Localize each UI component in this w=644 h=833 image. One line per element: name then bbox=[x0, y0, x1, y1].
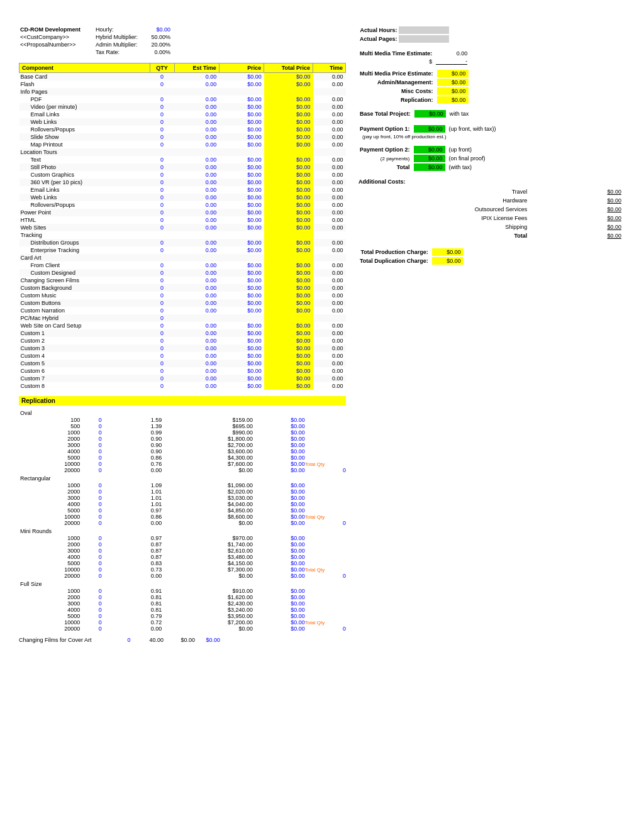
row-est[interactable]: 0.00 bbox=[174, 367, 219, 375]
rep-qty[interactable]: 0 bbox=[84, 541, 116, 548]
row-qty[interactable]: 0 bbox=[150, 337, 174, 345]
row-est[interactable]: 0.00 bbox=[174, 179, 219, 186]
cf-qty[interactable]: 0 bbox=[119, 637, 138, 643]
rep-qty[interactable]: 0 bbox=[84, 573, 116, 579]
row-qty[interactable]: 0 bbox=[150, 209, 174, 216]
row-est[interactable]: 0.00 bbox=[174, 360, 219, 367]
row-est[interactable] bbox=[174, 148, 219, 156]
row-est[interactable]: 0.00 bbox=[174, 375, 219, 382]
row-qty[interactable]: 0 bbox=[150, 382, 174, 390]
row-est[interactable]: 0.00 bbox=[174, 239, 219, 246]
rep-qty[interactable]: 0 bbox=[84, 461, 116, 467]
row-qty[interactable]: 0 bbox=[150, 345, 174, 352]
row-qty[interactable]: 0 bbox=[150, 156, 174, 163]
row-est[interactable]: 0.00 bbox=[174, 73, 219, 81]
row-est[interactable]: 0.00 bbox=[174, 141, 219, 148]
row-est[interactable]: 0.00 bbox=[174, 96, 219, 103]
row-qty[interactable]: 0 bbox=[150, 103, 174, 111]
row-qty[interactable]: 0 bbox=[150, 126, 174, 133]
row-qty[interactable]: 0 bbox=[150, 360, 174, 367]
rep-qty[interactable]: 0 bbox=[84, 600, 116, 607]
row-est[interactable]: 0.00 bbox=[174, 345, 219, 352]
rep-qty[interactable]: 0 bbox=[84, 554, 116, 560]
rep-qty[interactable]: 0 bbox=[84, 417, 116, 423]
row-est[interactable]: 0.00 bbox=[174, 103, 219, 111]
rep-qty[interactable]: 0 bbox=[84, 442, 116, 448]
row-est[interactable]: 0.00 bbox=[174, 156, 219, 163]
row-qty[interactable] bbox=[150, 88, 174, 96]
row-est[interactable] bbox=[174, 231, 219, 239]
row-est[interactable]: 0.00 bbox=[174, 329, 219, 337]
row-qty[interactable] bbox=[150, 231, 174, 239]
row-est[interactable]: 0.00 bbox=[174, 111, 219, 118]
row-est[interactable]: 0.00 bbox=[174, 322, 219, 329]
row-qty[interactable]: 0 bbox=[150, 262, 174, 269]
row-qty[interactable]: 0 bbox=[150, 96, 174, 103]
row-qty[interactable]: 0 bbox=[150, 284, 174, 292]
rep-qty[interactable]: 0 bbox=[84, 514, 116, 520]
row-qty[interactable]: 0 bbox=[150, 80, 174, 88]
rep-qty[interactable]: 0 bbox=[84, 488, 116, 495]
row-est[interactable]: 0.00 bbox=[174, 186, 219, 194]
row-qty[interactable]: 0 bbox=[150, 194, 174, 201]
row-qty[interactable]: 0 bbox=[150, 171, 174, 179]
rep-qty[interactable]: 0 bbox=[84, 588, 116, 594]
row-qty[interactable]: 0 bbox=[150, 307, 174, 314]
row-qty[interactable]: 0 bbox=[150, 269, 174, 277]
row-est[interactable]: 0.00 bbox=[174, 262, 219, 269]
row-qty[interactable]: 0 bbox=[150, 329, 174, 337]
row-qty[interactable]: 0 bbox=[150, 111, 174, 118]
rep-qty[interactable]: 0 bbox=[84, 429, 116, 436]
rep-qty[interactable]: 0 bbox=[84, 566, 116, 573]
row-qty[interactable]: 0 bbox=[150, 216, 174, 224]
rep-qty[interactable]: 0 bbox=[84, 455, 116, 461]
rep-qty[interactable]: 0 bbox=[84, 626, 116, 632]
row-est[interactable]: 0.00 bbox=[174, 201, 219, 209]
rep-qty[interactable]: 0 bbox=[84, 535, 116, 541]
row-qty[interactable]: 0 bbox=[150, 141, 174, 148]
rep-qty[interactable]: 0 bbox=[84, 501, 116, 507]
row-est[interactable]: 0.00 bbox=[174, 269, 219, 277]
row-est[interactable]: 0.00 bbox=[174, 80, 219, 88]
row-qty[interactable]: 0 bbox=[150, 239, 174, 246]
row-est[interactable]: 0.00 bbox=[174, 277, 219, 284]
row-qty[interactable]: 0 bbox=[150, 118, 174, 126]
rep-qty[interactable]: 0 bbox=[84, 448, 116, 455]
row-qty[interactable]: 0 bbox=[150, 277, 174, 284]
row-qty[interactable]: 0 bbox=[150, 201, 174, 209]
row-qty[interactable] bbox=[150, 254, 174, 262]
rep-qty[interactable]: 0 bbox=[84, 467, 116, 473]
row-qty[interactable]: 0 bbox=[150, 163, 174, 171]
rep-qty[interactable]: 0 bbox=[84, 482, 116, 488]
row-est[interactable]: 0.00 bbox=[174, 194, 219, 201]
row-qty[interactable]: 0 bbox=[150, 352, 174, 360]
row-est[interactable]: 0.00 bbox=[174, 307, 219, 314]
row-qty[interactable]: 0 bbox=[150, 246, 174, 254]
row-qty[interactable]: 0 bbox=[150, 322, 174, 329]
row-qty[interactable]: 0 bbox=[150, 367, 174, 375]
row-est[interactable] bbox=[174, 88, 219, 96]
rep-qty[interactable]: 0 bbox=[84, 594, 116, 600]
rep-qty[interactable]: 0 bbox=[84, 423, 116, 429]
row-qty[interactable]: 0 bbox=[150, 224, 174, 231]
rep-qty[interactable]: 0 bbox=[84, 520, 116, 526]
row-qty[interactable]: 0 bbox=[150, 73, 174, 81]
rep-qty[interactable]: 0 bbox=[84, 613, 116, 619]
row-qty[interactable]: 0 bbox=[150, 314, 174, 322]
row-qty[interactable]: 0 bbox=[150, 375, 174, 382]
row-qty[interactable]: 0 bbox=[150, 292, 174, 299]
row-est[interactable]: 0.00 bbox=[174, 118, 219, 126]
row-qty[interactable]: 0 bbox=[150, 186, 174, 194]
rep-qty[interactable]: 0 bbox=[84, 560, 116, 566]
row-est[interactable]: 0.00 bbox=[174, 292, 219, 299]
row-est[interactable]: 0.00 bbox=[174, 352, 219, 360]
row-est[interactable]: 0.00 bbox=[174, 126, 219, 133]
rep-qty[interactable]: 0 bbox=[84, 619, 116, 626]
row-est[interactable]: 0.00 bbox=[174, 299, 219, 307]
row-est[interactable]: 0.00 bbox=[174, 216, 219, 224]
row-qty[interactable]: 0 bbox=[150, 133, 174, 141]
row-qty[interactable] bbox=[150, 148, 174, 156]
row-qty[interactable]: 0 bbox=[150, 299, 174, 307]
row-est[interactable]: 0.00 bbox=[174, 337, 219, 345]
row-est[interactable]: 0.00 bbox=[174, 163, 219, 171]
